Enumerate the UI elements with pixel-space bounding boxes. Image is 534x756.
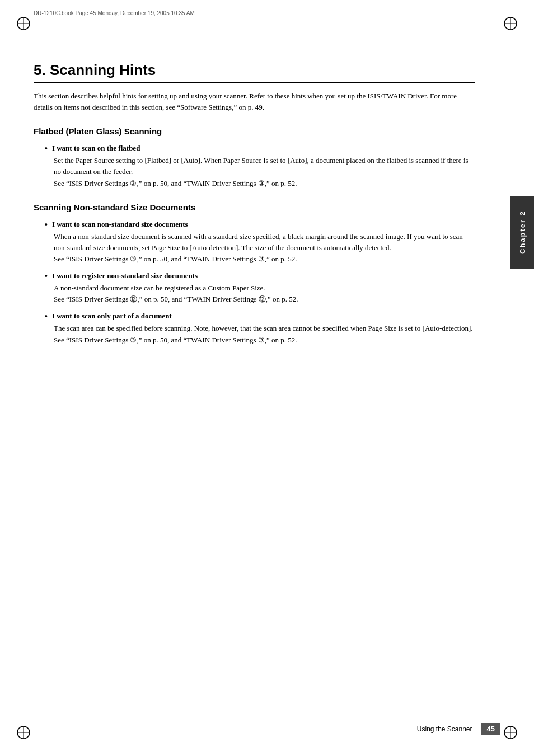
- corner-mark-br: [503, 725, 518, 740]
- file-meta: DR-1210C.book Page 45 Monday, December 1…: [34, 10, 195, 16]
- bullet-dot-3: •: [45, 272, 48, 281]
- bullet-item-nonstandard-1-title: • I want to scan non-standard size docum…: [45, 220, 475, 229]
- corner-mark-bl: [16, 725, 31, 740]
- main-content: 5. Scanning Hints This section describes…: [34, 45, 475, 711]
- section-title: 5. Scanning Hints: [34, 62, 475, 83]
- bullet-body-flatbed-1: Set the Paper Source setting to [Flatbed…: [54, 155, 475, 189]
- bullet-item-nonstandard-1: • I want to scan non-standard size docum…: [45, 220, 475, 265]
- bullet-item-nonstandard-2: • I want to register non-standard size d…: [45, 271, 475, 305]
- page-container: DR-1210C.book Page 45 Monday, December 1…: [0, 0, 534, 756]
- bottom-rule: [34, 722, 500, 722]
- corner-mark-tr: [503, 16, 518, 31]
- bullet-body-nonstandard-2: A non-standard document size can be regi…: [54, 283, 475, 305]
- bullet-dot: •: [45, 144, 48, 153]
- bullet-item-nonstandard-3-title: • I want to scan only part of a document: [45, 312, 475, 321]
- bullet-body-nonstandard-1: When a non-standard size document is sca…: [54, 231, 475, 265]
- bullet-title-text: I want to scan on the flatbed: [52, 144, 140, 153]
- footer-page-number: 45: [481, 723, 500, 735]
- subsection-nonstandard-header: Scanning Non-standard Size Documents: [34, 203, 475, 214]
- bullet-dot-4: •: [45, 312, 48, 321]
- chapter-tab: Chapter 2: [510, 196, 534, 269]
- bullet-title-text-2: I want to scan non-standard size documen…: [52, 220, 188, 229]
- subsection-flatbed-header: Flatbed (Platen Glass) Scanning: [34, 126, 475, 138]
- bullet-body-nonstandard-3: The scan area can be specified before sc…: [54, 323, 475, 345]
- chapter-tab-label: Chapter 2: [518, 210, 527, 254]
- bullet-item-nonstandard-2-title: • I want to register non-standard size d…: [45, 271, 475, 281]
- bullet-title-text-4: I want to scan only part of a document: [52, 312, 172, 321]
- footer-label: Using the Scanner: [417, 725, 472, 733]
- bullet-item-flatbed-1-title: • I want to scan on the flatbed: [45, 144, 475, 153]
- bullet-item-nonstandard-3: • I want to scan only part of a document…: [45, 312, 475, 345]
- top-rule: [34, 34, 500, 34]
- bullet-dot-2: •: [45, 220, 48, 229]
- bullet-item-flatbed-1: • I want to scan on the flatbed Set the …: [45, 144, 475, 189]
- footer: Using the Scanner 45: [34, 723, 500, 735]
- corner-mark-tl: [16, 16, 31, 31]
- intro-paragraph: This section describes helpful hints for…: [34, 91, 475, 113]
- bullet-title-text-3: I want to register non-standard size doc…: [52, 271, 198, 280]
